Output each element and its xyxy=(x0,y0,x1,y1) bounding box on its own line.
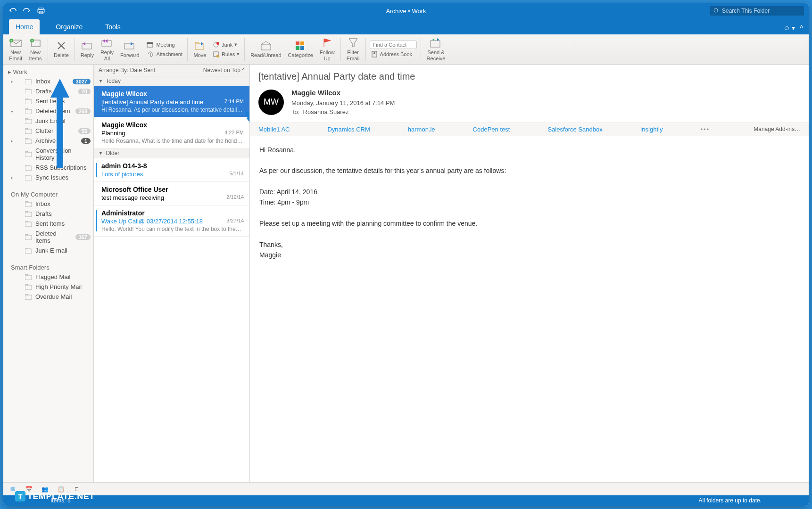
svg-point-3 xyxy=(714,8,718,12)
collapse-ribbon-icon[interactable]: ^ xyxy=(800,24,803,32)
addin-link[interactable]: Insightly xyxy=(640,126,663,133)
folder-smart-header[interactable]: Smart Folders xyxy=(3,262,93,272)
message-list-pane: Arrange By: Date Sent Newest on Top ^ ▼ … xyxy=(94,65,250,482)
undo-icon[interactable] xyxy=(9,8,17,14)
msg-item[interactable]: AdministratorWake Up Call@ 03/27/2014 12… xyxy=(94,205,249,237)
tab-home[interactable]: Home xyxy=(9,19,40,34)
folder-inbox[interactable]: ▸Inbox3027 xyxy=(3,76,93,86)
svg-rect-48 xyxy=(25,295,32,300)
svg-rect-30 xyxy=(431,41,440,47)
new-items-button[interactable]: + New Items xyxy=(27,36,44,62)
msglist-header[interactable]: Arrange By: Date Sent Newest on Top ^ xyxy=(94,65,249,76)
msg-group-today[interactable]: ▼ Today xyxy=(94,76,249,86)
filter-email-button[interactable]: Filter Email xyxy=(345,36,362,62)
send-receive-button[interactable]: Send & Receive xyxy=(425,36,447,62)
move-icon xyxy=(193,40,207,51)
folder-icon xyxy=(25,79,32,84)
svg-rect-18 xyxy=(195,44,204,49)
attachment-button[interactable]: Attachment xyxy=(146,50,183,58)
folder-icon xyxy=(25,138,32,144)
status-bar: Items: 5 All folders are up to date. xyxy=(3,495,809,506)
ribbon: + New Email + New Items Delete Reply Rep… xyxy=(3,34,809,65)
categorize-button[interactable]: Categorize xyxy=(286,39,315,59)
svg-rect-15 xyxy=(124,43,134,49)
move-button[interactable]: Move xyxy=(191,39,208,59)
redo-icon[interactable] xyxy=(23,8,31,14)
svg-rect-32 xyxy=(25,90,32,94)
folder-clutter[interactable]: Clutter55 xyxy=(3,126,93,136)
folder-conversation-history[interactable]: Conversation History xyxy=(3,146,93,163)
addin-link[interactable]: harmon.ie xyxy=(408,126,435,133)
address-book-button[interactable]: Address Book xyxy=(370,50,417,58)
junk-icon xyxy=(212,41,220,49)
follow-up-button[interactable]: Follow Up xyxy=(318,36,337,62)
app-window: Archive • Work Search This Folder Home O… xyxy=(3,3,809,506)
svg-rect-39 xyxy=(25,166,32,171)
local-folder-deleted-items[interactable]: Deleted Items167 xyxy=(3,229,93,246)
smiley-icon[interactable]: ☺ ▾ xyxy=(783,24,795,32)
junk-button[interactable]: Junk ▾ xyxy=(211,41,240,49)
folder-icon xyxy=(25,234,32,240)
forward-button[interactable]: Forward xyxy=(118,39,141,59)
folder-icon xyxy=(25,201,32,207)
addin-link[interactable]: Mobile1 AC xyxy=(258,126,290,133)
view-switcher: ✉ 📅 👥 📋 🗒 xyxy=(3,482,809,495)
msg-item[interactable]: Microsoft Office Usertest message receiv… xyxy=(94,182,249,205)
msg-item[interactable]: Maggie Wilcox[tentative] Annual Party da… xyxy=(94,86,249,117)
tab-organize[interactable]: Organize xyxy=(49,19,89,34)
svg-rect-35 xyxy=(25,119,32,124)
smart-folder-high-priority-mail[interactable]: High Priority Mail xyxy=(3,282,93,292)
msg-item[interactable]: Maggie WilcoxPlanning4:22 PMHello Rosann… xyxy=(94,117,249,148)
rules-button[interactable]: Rules ▾ xyxy=(211,50,240,58)
folder-icon xyxy=(25,99,32,104)
local-folder-sent-items[interactable]: Sent Items xyxy=(3,219,93,229)
delete-button[interactable]: Delete xyxy=(52,39,71,59)
msg-item[interactable]: admin O14-3-8Lots of pictures5/1/14 xyxy=(94,158,249,182)
meeting-button[interactable]: Meeting xyxy=(146,41,183,49)
folder-icon xyxy=(25,248,32,254)
folder-root-work[interactable]: ▸ Work xyxy=(3,66,93,76)
addin-link[interactable]: Salesforce Sandbox xyxy=(547,126,602,133)
smart-folder-flagged-mail[interactable]: Flagged Mail xyxy=(3,272,93,282)
local-folder-inbox[interactable]: Inbox xyxy=(3,199,93,209)
svg-point-29 xyxy=(373,52,375,54)
print-icon[interactable] xyxy=(37,7,46,15)
folder-deleted-item[interactable]: ▸Deleted Item268 xyxy=(3,106,93,116)
svg-rect-27 xyxy=(300,46,304,50)
folder-local-header[interactable]: On My Computer xyxy=(3,189,93,199)
svg-text:+: + xyxy=(10,39,13,43)
folder-icon xyxy=(25,165,32,171)
svg-rect-34 xyxy=(25,109,32,114)
local-folder-junk-e-mail[interactable]: Junk E-mail xyxy=(3,246,93,255)
folder-archive[interactable]: ▸Archive1 xyxy=(3,136,93,146)
new-email-button[interactable]: + New Email xyxy=(7,36,24,62)
reply-button[interactable]: Reply xyxy=(79,39,96,59)
titlebar: Archive • Work Search This Folder xyxy=(3,3,809,18)
svg-line-4 xyxy=(717,12,719,13)
folder-icon xyxy=(25,151,32,157)
smart-folder-overdue-mail[interactable]: Overdue Mail xyxy=(3,292,93,302)
msg-group-older[interactable]: ▼ Older xyxy=(94,148,249,158)
search-input[interactable]: Search This Folder xyxy=(710,6,804,16)
manage-addins-link[interactable]: Manage Add-ins… xyxy=(754,126,800,132)
read-unread-button[interactable]: Read/Unread xyxy=(249,39,283,59)
folder-sync-issues[interactable]: ▸Sync Issues xyxy=(3,172,93,182)
send-receive-icon xyxy=(429,37,442,49)
folder-junk-email[interactable]: Junk Email xyxy=(3,116,93,126)
folder-sent-items[interactable]: Sent Items xyxy=(3,96,93,106)
svg-rect-25 xyxy=(300,41,304,45)
svg-rect-33 xyxy=(25,99,32,104)
tab-tools[interactable]: Tools xyxy=(99,19,127,34)
addin-link[interactable]: Dynamics CRM xyxy=(327,126,370,133)
folder-rss-subscriptions[interactable]: RSS Subscriptions xyxy=(3,163,93,172)
folder-drafts[interactable]: Drafts70 xyxy=(3,86,93,96)
svg-rect-47 xyxy=(25,285,32,290)
reply-all-button[interactable]: Reply All xyxy=(99,36,116,62)
addins-more-icon[interactable]: ••• xyxy=(700,126,710,133)
addin-link[interactable]: CodePen test xyxy=(473,126,510,133)
folder-icon xyxy=(25,175,32,181)
local-folder-drafts[interactable]: Drafts xyxy=(3,209,93,219)
addins-bar: Mobile1 ACDynamics CRMharmon.ieCodePen t… xyxy=(250,123,809,136)
folder-icon xyxy=(25,108,32,114)
find-contact-input[interactable] xyxy=(370,41,417,49)
